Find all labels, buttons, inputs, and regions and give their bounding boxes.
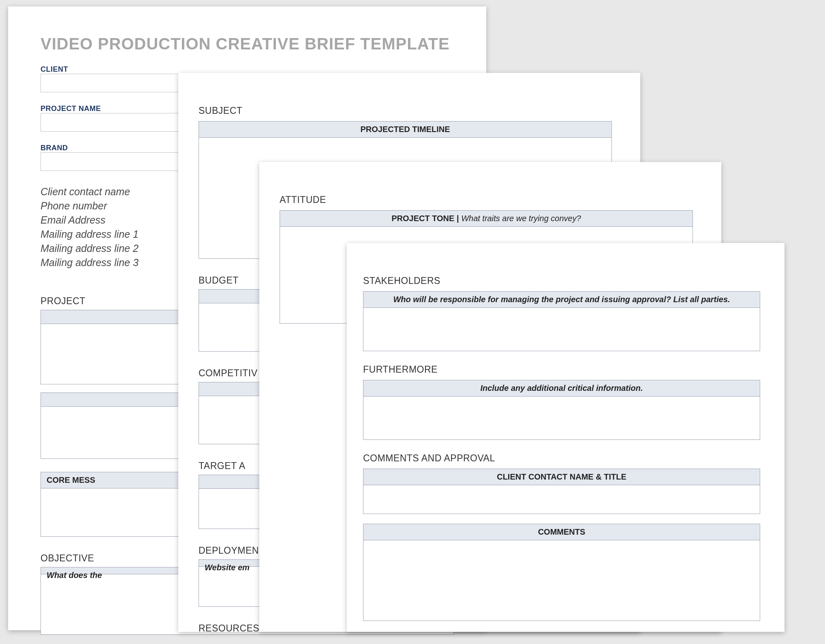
projected-timeline-band: PROJECTED TIMELINE	[199, 121, 612, 137]
document-title: VIDEO PRODUCTION CREATIVE BRIEF TEMPLATE	[41, 35, 454, 53]
furthermore-section-label: FURTHERMORE	[363, 364, 760, 375]
comments-box[interactable]	[363, 540, 760, 621]
stakeholders-box[interactable]	[363, 307, 760, 351]
comments-section-label: COMMENTS AND APPROVAL	[363, 453, 760, 464]
stakeholders-band: Who will be responsible for managing the…	[363, 291, 760, 307]
stakeholders-section-label: STAKEHOLDERS	[363, 275, 760, 286]
comments-band: COMMENTS	[363, 524, 760, 540]
client-contact-band: CLIENT CONTACT NAME & TITLE	[363, 469, 760, 485]
furthermore-band: Include any additional critical informat…	[363, 380, 760, 396]
attitude-section-label: ATTITUDE	[280, 194, 693, 205]
brief-page-4: STAKEHOLDERS Who will be responsible for…	[347, 243, 784, 632]
subject-section-label: SUBJECT	[199, 105, 612, 116]
project-tone-band: PROJECT TONE | What traits are we trying…	[280, 210, 693, 226]
client-contact-box[interactable]	[363, 485, 760, 514]
client-label: CLIENT	[41, 65, 454, 74]
furthermore-box[interactable]	[363, 396, 760, 440]
